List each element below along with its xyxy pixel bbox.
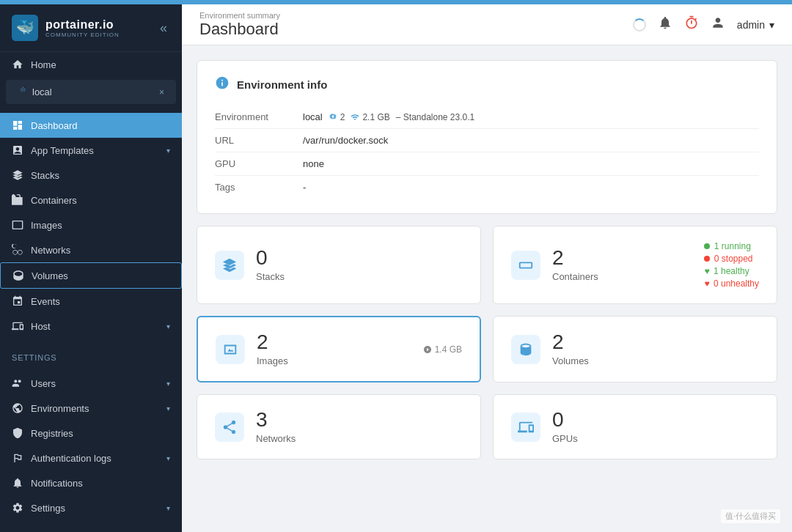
sidebar-item-auth-logs[interactable]: Authentication logs ▾ — [0, 446, 182, 470]
volumes-stat-icon — [511, 335, 540, 364]
sidebar-item-notifications[interactable]: Notifications — [0, 470, 182, 495]
sidebar-logo: 🐳 portainer.io COMMUNITY EDITION « — [0, 4, 182, 52]
stat-card-containers[interactable]: 2 Containers 1 running 0 stopped — [493, 226, 777, 304]
containers-label: Containers — [31, 195, 77, 206]
stat-card-volumes[interactable]: 2 Volumes — [493, 316, 777, 383]
sidebar-item-dashboard[interactable]: Dashboard — [0, 113, 182, 138]
sidebar-item-users[interactable]: Users ▾ — [0, 371, 182, 396]
settings-icon — [12, 502, 23, 514]
stacks-label-text: Stacks — [256, 271, 463, 282]
timer-icon[interactable] — [684, 15, 699, 34]
env-value: local 2 2.1 GB – Standalone 23.0.1 — [303, 111, 474, 122]
svg-text:🐳: 🐳 — [16, 18, 34, 36]
images-size: 1.4 GB — [423, 344, 462, 355]
stacks-count: 0 — [256, 248, 463, 268]
app-templates-chevron: ▾ — [166, 147, 170, 155]
home-label: Home — [31, 59, 56, 70]
sidebar-item-networks[interactable]: Networks — [0, 237, 182, 262]
stat-card-images[interactable]: 2 Images 1.4 GB — [197, 316, 481, 383]
networks-label: Networks — [31, 245, 70, 256]
settings-section-label: Settings — [0, 344, 182, 365]
user-icon[interactable] — [711, 15, 725, 34]
env-tag-name: local — [18, 86, 52, 98]
sidebar-item-stacks[interactable]: Stacks — [0, 163, 182, 188]
volumes-icon — [12, 270, 24, 281]
sidebar-item-settings[interactable]: Settings ▾ — [0, 495, 182, 520]
users-label: Users — [31, 378, 56, 389]
header-actions: admin ▾ — [633, 15, 774, 34]
containers-meta: 1 running 0 stopped ♥ 1 healthy ♥ 0 u — [704, 241, 759, 289]
sidebar-item-app-templates[interactable]: App Templates ▾ — [0, 138, 182, 163]
environments-chevron: ▾ — [166, 404, 170, 413]
healthy-heart-icon: ♥ — [704, 266, 709, 276]
notifications-icon — [12, 477, 23, 489]
host-label: Host — [31, 321, 51, 332]
unhealthy-heart-icon: ♥ — [704, 278, 709, 289]
env-close-button[interactable]: × — [159, 87, 164, 97]
gpu-value: none — [303, 158, 324, 169]
sidebar-item-events[interactable]: Events — [0, 289, 182, 314]
env-name: local — [32, 86, 52, 97]
sidebar-item-host[interactable]: Host ▾ — [0, 314, 182, 339]
containers-healthy: ♥ 1 healthy — [704, 266, 759, 276]
environments-icon — [12, 402, 23, 414]
sidebar-item-containers[interactable]: Containers — [0, 188, 182, 213]
events-label: Events — [31, 296, 60, 307]
stat-card-stacks[interactable]: 0 Stacks — [197, 226, 481, 304]
user-area[interactable]: admin ▾ — [737, 19, 774, 31]
sidebar-item-home[interactable]: Home — [0, 52, 182, 77]
stopped-dot — [704, 256, 710, 262]
stacks-stat-info: 0 Stacks — [256, 248, 463, 282]
containers-stopped: 0 stopped — [704, 254, 759, 264]
users-icon — [12, 377, 23, 389]
containers-label-text: Containers — [552, 271, 692, 282]
app-templates-icon — [12, 144, 23, 156]
info-row-url: URL /var/run/docker.sock — [215, 129, 759, 152]
networks-stat-info: 3 Networks — [256, 410, 463, 444]
gpus-label-text: GPUs — [552, 433, 759, 444]
auth-logs-label: Authentication logs — [31, 453, 111, 464]
url-value: /var/run/docker.sock — [303, 135, 388, 146]
info-table: Environment local 2 2.1 GB – Stan — [215, 106, 759, 199]
dashboard-label: Dashboard — [31, 120, 78, 131]
nav-section: Dashboard App Templates ▾ Stacks Con — [0, 107, 182, 344]
main-content: Environment summary Dashboard admin ▾ — [182, 4, 792, 532]
registries-label: Registries — [31, 428, 73, 439]
settings-label: Settings — [31, 503, 65, 514]
containers-count: 2 — [552, 248, 692, 268]
volumes-count: 2 — [552, 332, 759, 352]
gpus-stat-icon — [511, 413, 540, 442]
tags-value: - — [303, 182, 306, 193]
dashboard-icon — [12, 119, 23, 131]
breadcrumb: Environment summary — [199, 11, 280, 20]
env-info-icon — [215, 75, 230, 94]
volumes-label-text: Volumes — [552, 355, 759, 366]
auth-logs-chevron: ▾ — [166, 454, 170, 462]
gpus-count: 0 — [552, 410, 759, 430]
sidebar-item-environments[interactable]: Environments ▾ — [0, 396, 182, 421]
env-badge-type: – Standalone 23.0.1 — [396, 112, 474, 122]
images-stat-info: 2 Images — [257, 332, 411, 366]
logo-text: portainer.io COMMUNITY EDITION — [45, 18, 120, 38]
networks-icon — [12, 244, 23, 256]
notifications-label: Notifications — [31, 478, 83, 489]
images-count: 2 — [257, 332, 411, 352]
volumes-label: Volumes — [32, 270, 68, 281]
sidebar-item-images[interactable]: Images — [0, 213, 182, 237]
logo-area: 🐳 portainer.io COMMUNITY EDITION — [12, 15, 120, 41]
env-tag: local × — [6, 80, 176, 104]
sidebar-item-volumes[interactable]: Volumes — [0, 262, 182, 289]
user-name: admin — [737, 19, 765, 31]
sidebar-item-registries[interactable]: Registries — [0, 421, 182, 446]
stat-card-networks[interactable]: 3 Networks — [197, 394, 481, 459]
sidebar: 🐳 portainer.io COMMUNITY EDITION « Home — [0, 4, 182, 532]
host-chevron: ▾ — [166, 322, 170, 330]
bell-icon[interactable] — [658, 15, 672, 34]
images-label: Images — [31, 220, 62, 231]
breadcrumb-area: Environment summary Dashboard — [199, 11, 280, 39]
sidebar-collapse-button[interactable]: « — [157, 18, 170, 39]
env-info-title: Environment info — [237, 78, 327, 91]
stat-card-gpus[interactable]: 0 GPUs — [493, 394, 777, 459]
env-value-name: local — [303, 111, 323, 122]
host-icon — [12, 320, 23, 332]
